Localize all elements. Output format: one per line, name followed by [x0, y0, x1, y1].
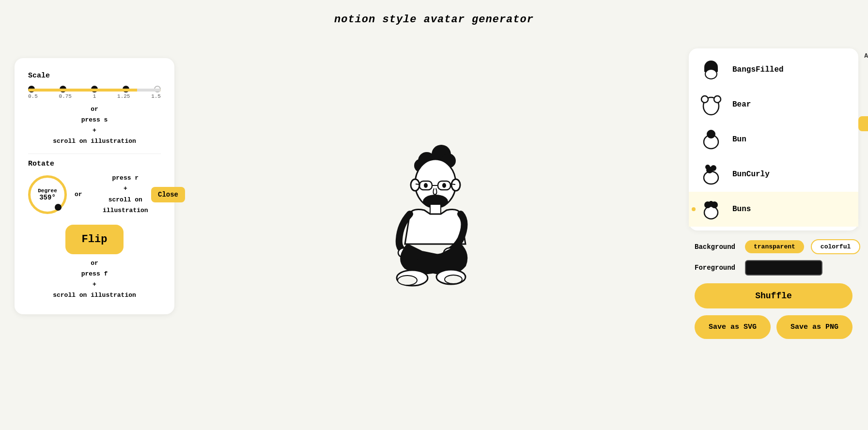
bg-colorful-button[interactable]: colorful — [811, 239, 860, 254]
svg-point-13 — [424, 183, 428, 188]
tab-hair[interactable]: Hair — [858, 116, 868, 131]
bangsfilled-name: BangsFilled — [732, 65, 784, 74]
buns-thumb — [698, 197, 724, 222]
svg-point-25 — [705, 69, 717, 79]
avatar-svg-container[interactable] — [361, 123, 507, 307]
svg-point-7 — [451, 179, 460, 191]
page-title: notion style avatar generator — [0, 0, 868, 26]
svg-point-6 — [411, 179, 419, 191]
close-button[interactable]: Close — [151, 187, 185, 202]
tab-facialhair[interactable]: FacialHair — [858, 99, 868, 114]
bg-transparent-button[interactable]: transparent — [745, 240, 804, 253]
svg-line-12 — [450, 184, 455, 184]
save-png-button[interactable]: Save as PNG — [776, 315, 852, 339]
background-label: Background — [695, 243, 738, 251]
foreground-label: Foreground — [695, 264, 738, 272]
rotate-dial[interactable]: Degree 359° — [28, 175, 67, 214]
rotate-label: Rotate — [28, 160, 161, 168]
avatar-display[interactable] — [361, 123, 507, 307]
svg-point-20 — [398, 276, 417, 285]
hair-item-bun[interactable]: Bun — [689, 122, 858, 157]
rotate-container: Degree 359° or press r + scroll on illus… — [28, 173, 161, 215]
svg-point-35 — [704, 206, 718, 219]
flip-button[interactable]: Flip — [65, 225, 124, 254]
rotate-or-text: or — [75, 191, 82, 198]
hair-item-bear[interactable]: Bear — [689, 87, 858, 122]
svg-line-11 — [416, 184, 419, 184]
bear-name: Bear — [732, 100, 751, 109]
svg-point-31 — [704, 171, 718, 184]
svg-point-30 — [707, 130, 715, 138]
buncurly-name: BunCurly — [732, 170, 770, 179]
hair-list-panel: BangsFilled Bear — [689, 48, 858, 230]
hair-item-buncurly[interactable]: BunCurly — [689, 157, 858, 192]
selected-dot — [692, 207, 696, 211]
svg-point-28 — [714, 96, 721, 103]
scale-labels: 0.5 0.75 1 1.25 1.5 — [28, 93, 161, 99]
svg-point-27 — [701, 96, 708, 103]
scale-label: Scale — [28, 72, 161, 80]
divider-1 — [28, 154, 161, 154]
background-row: Background transparent colorful — [695, 239, 852, 254]
rotate-handle — [55, 204, 62, 211]
bear-thumb — [698, 92, 724, 117]
svg-point-22 — [445, 275, 462, 284]
avatar-svg — [371, 128, 497, 302]
tab-body[interactable]: Body — [858, 65, 868, 80]
bottom-controls: Background transparent colorful Foregrou… — [689, 239, 858, 339]
buncurly-thumb — [698, 162, 724, 187]
degree-value: 359° — [38, 194, 57, 201]
foreground-row: Foreground — [695, 260, 852, 276]
hair-item-bangsfilled[interactable]: BangsFilled — [689, 52, 858, 87]
svg-point-14 — [442, 183, 446, 188]
tab-accessories[interactable]: Accessories — [858, 48, 868, 63]
bangsfilled-thumb — [698, 57, 724, 82]
scale-slider-container[interactable]: 0.5 0.75 1 1.25 1.5 — [28, 89, 161, 99]
right-panel: BangsFilled Bear — [689, 48, 858, 339]
bun-thumb — [698, 127, 724, 152]
svg-rect-16 — [430, 204, 441, 214]
bun-name: Bun — [732, 135, 746, 144]
hair-item-buns[interactable]: Buns — [689, 192, 858, 227]
degree-label: Degree — [38, 188, 57, 194]
svg-point-38 — [709, 201, 713, 206]
foreground-color-swatch[interactable] — [745, 260, 822, 276]
shuffle-button[interactable]: Shuffle — [695, 283, 852, 308]
scale-instructions: or press s + scroll on illustration — [28, 104, 161, 147]
svg-point-34 — [705, 165, 710, 169]
left-panel: Scale 0.5 0.75 1 1.25 1.5 or press s + s… — [15, 58, 174, 314]
tab-face[interactable]: Face — [858, 82, 868, 97]
category-tabs: Accessories Body Face FacialHair Hair — [858, 48, 868, 131]
export-row: Save as SVG Save as PNG — [695, 315, 852, 339]
svg-point-33 — [711, 165, 716, 171]
save-svg-button[interactable]: Save as SVG — [695, 315, 771, 339]
rotate-instructions: press r + scroll on illustration — [90, 173, 161, 215]
hair-list-wrapper: BangsFilled Bear — [689, 48, 858, 230]
flip-instructions: or press f + scroll on illustration — [28, 258, 161, 301]
rotate-dial-inner: Degree 359° — [38, 188, 57, 201]
buns-name: Buns — [732, 205, 751, 214]
